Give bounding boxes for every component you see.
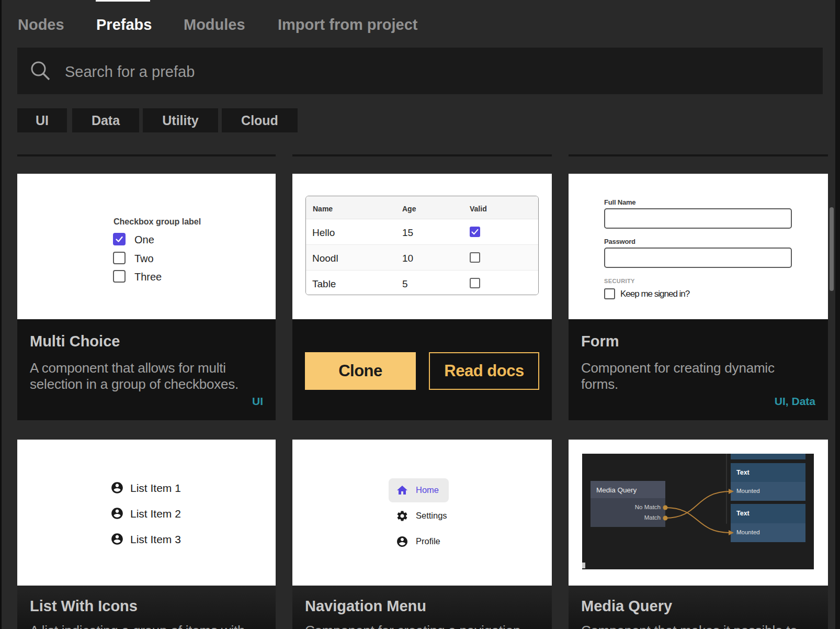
svg-text:No Match: No Match xyxy=(635,504,661,510)
svg-text:Text: Text xyxy=(736,510,750,517)
svg-text:Mounted: Mounted xyxy=(736,529,760,535)
svg-text:Match: Match xyxy=(644,514,661,521)
svg-text:Media Query: Media Query xyxy=(596,486,637,494)
svg-text:Mounted: Mounted xyxy=(736,488,760,494)
svg-text:Text: Text xyxy=(736,469,750,476)
